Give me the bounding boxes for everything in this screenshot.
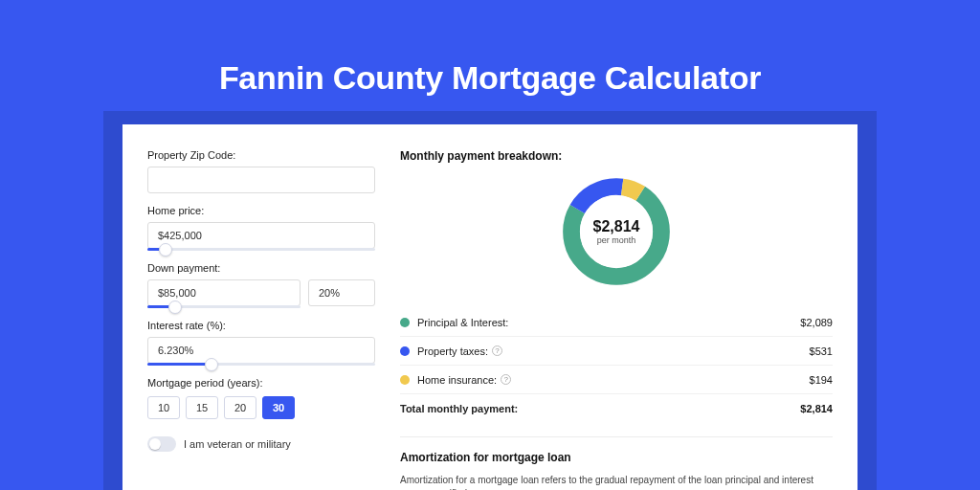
interest-label: Interest rate (%): [147,320,375,331]
breakdown-heading: Monthly payment breakdown: [400,149,833,163]
zip-input[interactable] [147,167,375,193]
legend-total-label: Total monthly payment: [400,403,518,414]
amortization-section: Amortization for mortgage loan Amortizat… [400,436,833,490]
interest-slider[interactable] [147,363,375,366]
breakdown-legend: Principal & Interest:$2,089Property taxe… [400,308,833,423]
legend-total-row: Total monthly payment:$2,814 [400,394,833,423]
legend-dot-0 [400,318,410,327]
calculator-panel: Property Zip Code: Home price: Down paym… [122,124,858,490]
breakdown-column: Monthly payment breakdown: $2,814 per mo… [400,144,833,471]
down-payment-pct-input[interactable] [308,279,375,306]
home-price-slider-handle[interactable] [159,243,172,256]
veteran-toggle[interactable] [147,436,176,452]
period-option-30[interactable]: 30 [262,396,295,419]
legend-row-2: Home insurance:?$194 [400,366,833,394]
period-label: Mortgage period (years): [147,377,375,389]
legend-label-0: Principal & Interest: [417,317,508,328]
legend-amount-0: $2,089 [800,317,833,328]
legend-amount-2: $194 [810,374,833,386]
down-payment-slider[interactable] [147,305,301,308]
amortization-heading: Amortization for mortgage loan [400,451,833,464]
home-price-input[interactable] [147,222,375,249]
veteran-label: I am veteran or military [184,438,291,450]
period-option-15[interactable]: 15 [186,396,218,419]
veteran-toggle-knob [149,438,161,450]
amortization-text: Amortization for a mortgage loan refers … [400,474,833,490]
donut-center-sub: per month [597,235,636,245]
form-column: Property Zip Code: Home price: Down paym… [147,144,375,471]
period-option-10[interactable]: 10 [147,396,180,419]
legend-dot-1 [400,346,410,356]
legend-label-2: Home insurance: [417,374,497,386]
period-segmented: 10152030 [147,396,375,419]
help-icon[interactable]: ? [492,345,502,356]
legend-label-1: Property taxes: [417,345,488,357]
down-payment-label: Down payment: [147,262,375,274]
legend-dot-2 [400,375,410,385]
legend-row-0: Principal & Interest:$2,089 [400,308,833,337]
home-price-slider[interactable] [147,248,375,251]
donut-center-value: $2,814 [593,218,640,235]
interest-slider-handle[interactable] [205,358,218,371]
home-price-label: Home price: [147,205,375,216]
zip-label: Property Zip Code: [147,149,375,161]
period-option-20[interactable]: 20 [224,396,256,419]
interest-slider-fill [147,363,212,366]
help-icon[interactable]: ? [501,374,511,385]
page-title: Fannin County Mortgage Calculator [0,0,980,97]
interest-input[interactable] [147,337,375,364]
legend-amount-1: $531 [810,345,833,357]
legend-row-1: Property taxes:?$531 [400,337,833,366]
legend-total-amount: $2,814 [800,403,833,414]
down-payment-slider-handle[interactable] [168,301,182,314]
breakdown-donut: $2,814 per month [557,172,676,291]
